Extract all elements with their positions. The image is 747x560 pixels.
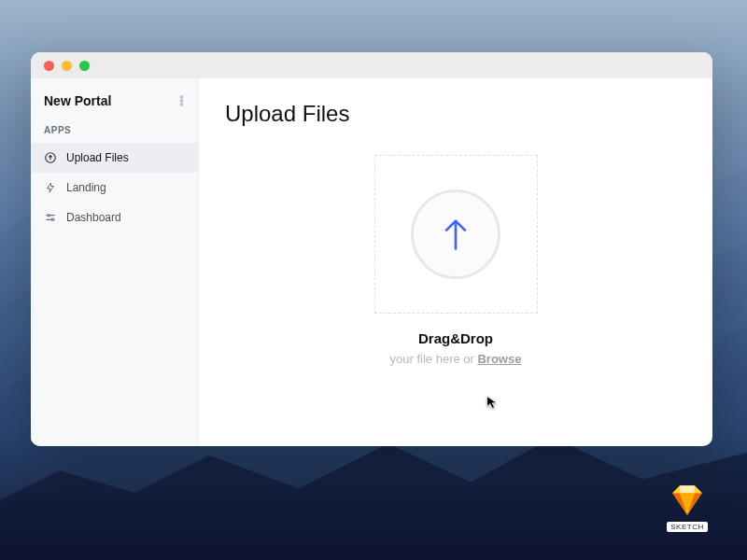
lightning-icon — [44, 181, 57, 194]
svg-point-1 — [48, 215, 49, 217]
desktop-file-sketch[interactable]: SKETCH — [665, 481, 710, 532]
sidebar-item-upload-files[interactable]: Upload Files — [31, 143, 198, 173]
sidebar-item-label: Landing — [66, 181, 106, 194]
browse-link[interactable]: Browse — [477, 352, 521, 366]
sidebar-section-label: APPS — [31, 119, 198, 143]
sidebar-menu-icon[interactable]: ••• — [179, 95, 185, 106]
window-titlebar — [31, 52, 712, 78]
app-window: New Portal ••• APPS Upload Files Landing — [31, 52, 712, 446]
svg-point-2 — [51, 218, 53, 220]
drop-heading: Drag&Drop — [390, 330, 522, 346]
svg-marker-7 — [672, 485, 680, 493]
drop-zone[interactable] — [374, 155, 538, 314]
upload-circle — [411, 189, 500, 279]
upload-icon — [44, 151, 57, 164]
page-heading: Upload Files — [225, 101, 686, 127]
svg-marker-8 — [695, 485, 702, 493]
cursor-icon — [486, 395, 500, 410]
sidebar-item-label: Dashboard — [66, 211, 121, 224]
window-close-button[interactable] — [44, 61, 54, 71]
main-content: Upload Files Drag&Drop your file here or… — [199, 78, 712, 446]
svg-marker-9 — [680, 485, 695, 493]
sidebar-title: New Portal — [44, 93, 111, 108]
sidebar: New Portal ••• APPS Upload Files Landing — [31, 78, 199, 446]
arrow-up-icon — [440, 216, 472, 253]
sidebar-item-landing[interactable]: Landing — [31, 173, 198, 203]
window-minimize-button[interactable] — [62, 61, 72, 71]
window-zoom-button[interactable] — [79, 61, 90, 71]
desktop-file-label: SKETCH — [667, 522, 707, 532]
sliders-icon — [44, 211, 57, 224]
drop-subtext: your file here or Browse — [390, 352, 522, 366]
sidebar-item-dashboard[interactable]: Dashboard — [31, 203, 198, 232]
sidebar-item-label: Upload Files — [66, 151, 129, 164]
